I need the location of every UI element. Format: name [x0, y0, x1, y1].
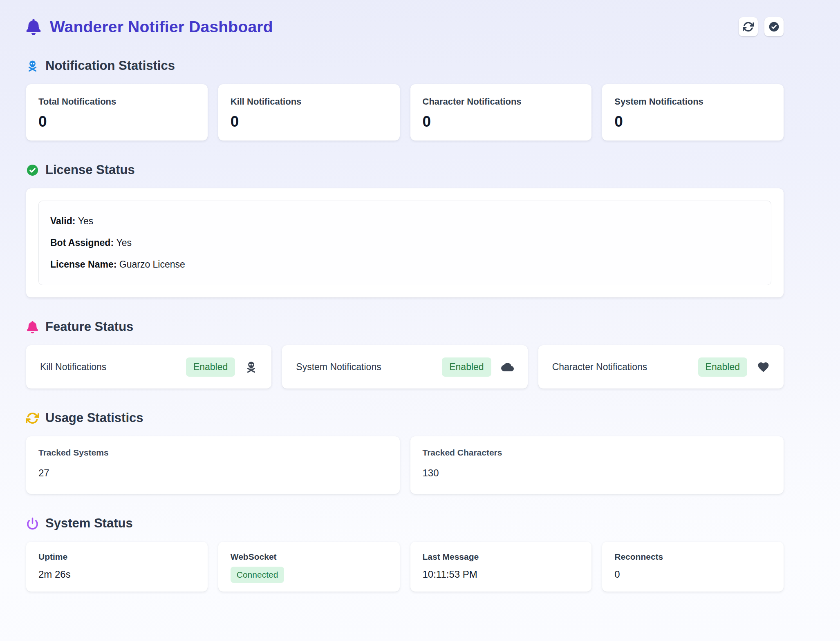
usage-value: 27 [38, 467, 388, 479]
system-label: Uptime [38, 552, 195, 562]
feature-card-character-notifications: Character Notifications Enabled [538, 345, 784, 389]
section-license-status: License Status Valid: Yes Bot Assigned: … [26, 163, 784, 297]
feature-label: System Notifications [296, 362, 432, 373]
usage-label: Tracked Systems [38, 448, 388, 458]
license-valid-label: Valid: [50, 216, 78, 226]
skull-crossbones-icon [245, 361, 258, 373]
section-feature-status: Feature Status Kill Notifications Enable… [26, 319, 784, 389]
system-label: Reconnects [614, 552, 771, 562]
status-badge: Enabled [698, 357, 747, 377]
license-name-value: Guarzo License [119, 259, 185, 270]
stat-card-kill-notifications: Kill Notifications 0 [218, 84, 400, 141]
stat-label: Character Notifications [423, 96, 580, 107]
section-title: Notification Statistics [45, 58, 175, 73]
dashboard-page: Wanderer Notifier Dashboard Notification… [0, 0, 840, 592]
usage-card-tracked-systems: Tracked Systems 27 [26, 436, 400, 494]
system-card-last-message: Last Message 10:11:53 PM [410, 542, 592, 592]
section-title: Usage Statistics [45, 411, 143, 425]
status-badge: Enabled [186, 357, 235, 377]
refresh-icon [26, 412, 39, 424]
stat-value: 0 [614, 113, 771, 130]
connection-status-badge: Connected [231, 567, 284, 583]
system-label: Last Message [423, 552, 580, 562]
system-value: 0 [614, 569, 771, 580]
feature-card-kill-notifications: Kill Notifications Enabled [26, 345, 271, 389]
bell-icon [26, 321, 39, 333]
section-notification-statistics: Notification Statistics Total Notificati… [26, 58, 784, 141]
status-badge: Enabled [442, 357, 491, 377]
heart-icon [757, 361, 770, 373]
system-card-uptime: Uptime 2m 26s [26, 542, 208, 592]
license-name-row: License Name: Guarzo License [50, 259, 759, 270]
skull-crossbones-icon [26, 60, 39, 72]
section-system-status: System Status Uptime 2m 26s WebSocket Co… [26, 516, 784, 592]
check-button[interactable] [764, 17, 784, 36]
stat-label: Kill Notifications [231, 96, 388, 107]
stat-value: 0 [423, 113, 580, 130]
stat-value: 0 [38, 113, 195, 130]
license-valid-value: Yes [78, 216, 94, 226]
system-value: 2m 26s [38, 569, 195, 580]
stat-card-character-notifications: Character Notifications 0 [410, 84, 592, 141]
stat-card-total-notifications: Total Notifications 0 [26, 84, 208, 141]
license-card: Valid: Yes Bot Assigned: Yes License Nam… [26, 188, 784, 297]
bell-icon [26, 19, 41, 35]
stat-label: System Notifications [614, 96, 771, 107]
power-icon [26, 517, 39, 530]
feature-label: Kill Notifications [40, 362, 176, 373]
system-card-websocket: WebSocket Connected [218, 542, 400, 592]
section-title: System Status [45, 516, 133, 531]
license-details: Valid: Yes Bot Assigned: Yes License Nam… [38, 201, 771, 285]
license-bot-assigned-label: Bot Assigned: [50, 237, 116, 248]
system-card-reconnects: Reconnects 0 [602, 542, 784, 592]
system-label: WebSocket [231, 552, 388, 562]
stat-value: 0 [231, 113, 388, 130]
section-usage-statistics: Usage Statistics Tracked Systems 27 Trac… [26, 411, 784, 494]
license-valid-row: Valid: Yes [50, 216, 759, 227]
feature-label: Character Notifications [552, 362, 688, 373]
header: Wanderer Notifier Dashboard [26, 17, 784, 36]
page-title: Wanderer Notifier Dashboard [50, 18, 273, 36]
check-circle-icon [768, 21, 780, 32]
section-title: License Status [45, 163, 135, 177]
feature-card-system-notifications: System Notifications Enabled [282, 345, 527, 389]
system-value: 10:11:53 PM [423, 569, 580, 580]
license-bot-assigned-value: Yes [116, 237, 132, 248]
cloud-icon [501, 361, 514, 373]
header-actions [739, 17, 784, 36]
check-circle-icon [26, 164, 39, 176]
license-bot-assigned-row: Bot Assigned: Yes [50, 237, 759, 248]
refresh-icon [743, 21, 754, 32]
refresh-button[interactable] [739, 17, 758, 36]
stat-label: Total Notifications [38, 96, 195, 107]
stat-card-system-notifications: System Notifications 0 [602, 84, 784, 141]
usage-value: 130 [423, 467, 772, 479]
license-name-label: License Name: [50, 259, 119, 270]
usage-card-tracked-characters: Tracked Characters 130 [410, 436, 784, 494]
section-title: Feature Status [45, 319, 133, 334]
usage-label: Tracked Characters [423, 448, 772, 458]
